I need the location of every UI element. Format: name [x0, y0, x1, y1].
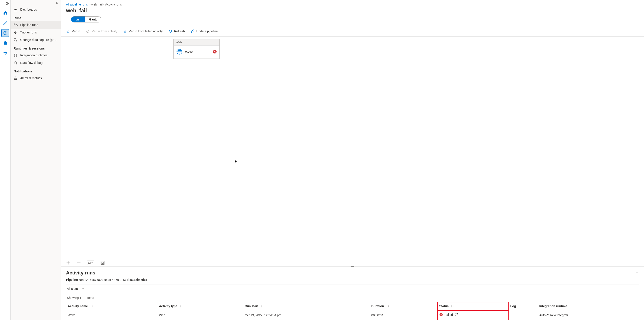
- sidebar-item-label: Data flow debug: [20, 61, 42, 64]
- sidebar-section-runtimes: Runtimes & sessions: [10, 44, 61, 52]
- svg-rect-3: [16, 25, 18, 26]
- cell-run-start: Oct 13, 2022, 12:24:04 pm: [243, 310, 370, 320]
- sort-icon: ↑↓: [180, 304, 183, 308]
- toolbar-label: Rerun from failed activity: [129, 30, 163, 33]
- activity-card-type: Web: [174, 40, 220, 46]
- collapse-panel-button[interactable]: [636, 271, 639, 275]
- error-icon: [439, 313, 443, 316]
- sidebar-item-alerts[interactable]: Alerts & metrics: [10, 74, 61, 82]
- table-row[interactable]: Web1 Web Oct 13, 2022, 12:24:04 pm 00:00…: [66, 310, 639, 320]
- svg-point-15: [457, 314, 458, 314]
- splitter-handle[interactable]: [351, 266, 354, 266]
- zoom-in-button[interactable]: [66, 260, 70, 265]
- sidebar-item-pipeline-runs[interactable]: Pipeline runs: [10, 21, 61, 28]
- toolbar-label: Refresh: [174, 30, 185, 33]
- message-icon[interactable]: [455, 313, 458, 316]
- sidebar-item-cdc[interactable]: Change data capture (previ...: [10, 36, 61, 44]
- zoom-fit-button[interactable]: [100, 260, 105, 265]
- globe-icon: [176, 49, 182, 56]
- refresh-button[interactable]: Refresh: [168, 29, 185, 33]
- activity-runs-title: Activity runs: [66, 270, 95, 276]
- sidebar-item-integration-runtimes[interactable]: Integration runtimes: [10, 52, 61, 59]
- update-pipeline-button[interactable]: Update pipeline: [190, 29, 218, 33]
- zoom-reset-button[interactable]: 100%: [87, 260, 94, 265]
- activity-runs-table: Activity name↑↓ Activity type↑↓ Run star…: [66, 302, 639, 320]
- svg-point-8: [16, 56, 17, 57]
- collapse-sidebar-button[interactable]: [10, 1, 61, 6]
- pipeline-canvas[interactable]: Web Web1 100%: [61, 36, 644, 266]
- showing-count: Showing 1 - 1 items: [66, 293, 639, 302]
- run-id-value: 5c87380d-c5d5-4a7c-af43-1b5378b66d61: [90, 278, 148, 282]
- view-toggle-list[interactable]: List: [71, 16, 85, 22]
- status-filter-label: All status: [67, 287, 80, 290]
- col-duration[interactable]: Duration↑↓: [370, 302, 438, 310]
- activity-card-name: Web1: [185, 50, 210, 54]
- cell-activity-type: Web: [157, 310, 243, 320]
- rail-monitor[interactable]: [1, 29, 9, 37]
- expand-rail-button[interactable]: [0, 1, 10, 6]
- cell-status: Failed: [438, 310, 509, 320]
- sidebar-item-label: Pipeline runs: [20, 23, 38, 27]
- sort-icon: ↑↓: [386, 304, 389, 308]
- sidebar-item-label: Integration runtimes: [20, 54, 48, 57]
- svg-rect-12: [101, 261, 104, 264]
- col-activity-type[interactable]: Activity type↑↓: [157, 302, 243, 310]
- svg-point-9: [15, 62, 17, 64]
- cell-integration-runtime: AutoResolveIntegrati: [538, 310, 639, 320]
- activity-card-web1[interactable]: Web Web1: [174, 39, 220, 59]
- svg-rect-1: [4, 42, 6, 45]
- sidebar-item-dashboards[interactable]: Dashboards: [10, 6, 61, 13]
- rerun-from-failed-button[interactable]: Rerun from failed activity: [123, 29, 163, 33]
- breadcrumb-root[interactable]: All pipeline runs: [66, 3, 88, 6]
- sidebar-section-runs: Runs: [10, 13, 61, 21]
- icon-rail: [0, 0, 10, 320]
- status-filter-bar: All status: [66, 284, 639, 293]
- col-status[interactable]: Status↑↓: [438, 302, 509, 310]
- svg-point-4: [14, 38, 16, 40]
- svg-point-5: [14, 54, 15, 55]
- sidebar-section-notifications: Notifications: [10, 66, 61, 74]
- sidebar-item-label: Change data capture (previ...: [20, 38, 58, 42]
- cell-duration: 00:00:04: [370, 310, 438, 320]
- status-filter-dropdown[interactable]: All status: [66, 287, 84, 290]
- sidebar-item-label: Alerts & metrics: [20, 76, 42, 80]
- view-toggle-gantt[interactable]: Gantt: [85, 16, 101, 22]
- sidebar: Dashboards Runs Pipeline runs Trigger ru…: [10, 0, 61, 320]
- view-toggle: List Gantt: [71, 16, 101, 22]
- col-run-start[interactable]: Run start↑↓: [243, 302, 370, 310]
- toolbar-label: Rerun from activity: [92, 30, 117, 33]
- rail-author[interactable]: [1, 19, 9, 27]
- canvas-controls: 100%: [66, 260, 105, 265]
- toolbar-label: Rerun: [72, 30, 80, 33]
- main-content: All pipeline runs > web_fail - Activity …: [61, 0, 644, 320]
- error-icon: [213, 50, 217, 54]
- svg-point-7: [14, 56, 15, 57]
- cell-activity-name: Web1: [66, 310, 157, 320]
- zoom-out-button[interactable]: [76, 260, 81, 265]
- sort-icon: ↑↓: [451, 304, 454, 308]
- activity-runs-panel: Activity runs Pipeline run ID 5c87380d-c…: [61, 266, 644, 320]
- breadcrumb-current: web_fail - Activity runs: [91, 3, 122, 6]
- col-activity-name[interactable]: Activity name↑↓: [66, 302, 157, 310]
- run-id-label: Pipeline run ID: [66, 278, 88, 282]
- rerun-button[interactable]: Rerun: [66, 29, 80, 33]
- svg-rect-2: [14, 24, 15, 25]
- breadcrumb-sep: >: [89, 3, 91, 6]
- sidebar-item-dataflow-debug[interactable]: Data flow debug: [10, 59, 61, 66]
- cell-log: [509, 310, 538, 320]
- col-integration-runtime[interactable]: Integration runtime: [538, 302, 639, 310]
- svg-rect-13: [102, 262, 104, 264]
- sort-icon: ↑↓: [90, 304, 93, 308]
- rail-learn[interactable]: [1, 49, 9, 57]
- breadcrumb: All pipeline runs > web_fail - Activity …: [61, 0, 644, 6]
- rail-manage[interactable]: [1, 39, 9, 47]
- rail-home[interactable]: [1, 9, 9, 17]
- toolbar: Rerun Rerun from activity Rerun from fai…: [61, 27, 644, 36]
- col-log[interactable]: Log: [509, 302, 538, 310]
- page-title: web_fail: [61, 6, 644, 16]
- pipeline-run-id: Pipeline run ID 5c87380d-c5d5-4a7c-af43-…: [66, 278, 639, 282]
- sidebar-item-trigger-runs[interactable]: Trigger runs: [10, 28, 61, 36]
- chevron-down-icon: [82, 288, 84, 290]
- sort-icon: ↑↓: [260, 304, 264, 308]
- rerun-from-activity-button: Rerun from activity: [86, 29, 117, 33]
